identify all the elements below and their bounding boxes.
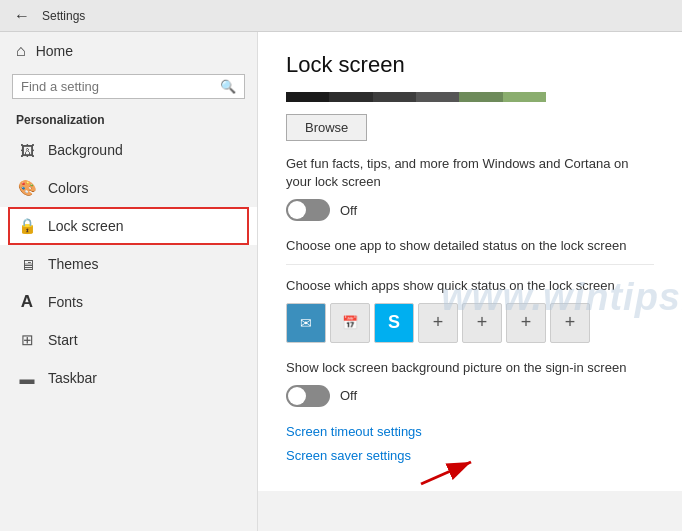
- sidebar-section-title: Personalization: [0, 107, 257, 131]
- sidebar-home-label: Home: [36, 43, 73, 59]
- active-indicator: [8, 207, 249, 245]
- main-content: Lock screen Browse Get fun facts, tips, …: [258, 32, 682, 491]
- quick-status-apps: ✉ 📅 S + + + +: [286, 303, 654, 343]
- app-add-1[interactable]: +: [418, 303, 458, 343]
- sidebar-item-themes[interactable]: 🖥 Themes: [0, 245, 257, 283]
- sign-in-text: Show lock screen background picture on t…: [286, 359, 654, 377]
- page-title: Lock screen: [286, 52, 654, 78]
- search-icon: 🔍: [220, 79, 236, 94]
- colors-icon: 🎨: [16, 177, 38, 199]
- detailed-status-text: Choose one app to show detailed status o…: [286, 237, 654, 255]
- divider-1: [286, 264, 654, 265]
- sidebar-item-background-label: Background: [48, 142, 123, 158]
- sidebar-item-start-label: Start: [48, 332, 78, 348]
- tips-toggle[interactable]: [286, 199, 330, 221]
- tips-toggle-knob: [288, 201, 306, 219]
- quick-status-text: Choose which apps show quick status on t…: [286, 277, 654, 295]
- sidebar-item-colors-label: Colors: [48, 180, 88, 196]
- sidebar: ⌂ Home 🔍 Personalization 🖼 Background 🎨 …: [0, 32, 258, 531]
- titlebar: ← Settings: [0, 0, 682, 32]
- sidebar-item-lockscreen[interactable]: 🔒 Lock screen: [0, 207, 257, 245]
- preview-bar: [286, 92, 546, 102]
- themes-icon: 🖥: [16, 253, 38, 275]
- preview-seg-6: [503, 92, 546, 102]
- fonts-icon: A: [16, 291, 38, 313]
- app-add-2[interactable]: +: [462, 303, 502, 343]
- preview-seg-4: [416, 92, 459, 102]
- sidebar-item-colors[interactable]: 🎨 Colors: [0, 169, 257, 207]
- tips-toggle-label: Off: [340, 203, 357, 218]
- app-calendar[interactable]: 📅: [330, 303, 370, 343]
- sidebar-item-start[interactable]: ⊞ Start: [0, 321, 257, 359]
- taskbar-icon: ▬: [16, 367, 38, 389]
- preview-seg-3: [373, 92, 416, 102]
- search-box[interactable]: 🔍: [12, 74, 245, 99]
- sign-in-toggle-row: Off: [286, 385, 654, 407]
- sidebar-item-background[interactable]: 🖼 Background: [0, 131, 257, 169]
- sign-in-toggle[interactable]: [286, 385, 330, 407]
- app-add-3[interactable]: +: [506, 303, 546, 343]
- sidebar-item-fonts-label: Fonts: [48, 294, 83, 310]
- sidebar-item-lockscreen-label: Lock screen: [48, 218, 123, 234]
- sidebar-item-home[interactable]: ⌂ Home: [0, 32, 257, 70]
- background-icon: 🖼: [16, 139, 38, 161]
- red-arrow: [416, 454, 481, 489]
- svg-line-1: [421, 462, 471, 484]
- preview-seg-1: [286, 92, 329, 102]
- preview-seg-2: [329, 92, 372, 102]
- sidebar-item-fonts[interactable]: A Fonts: [0, 283, 257, 321]
- sign-in-toggle-label: Off: [340, 388, 357, 403]
- tips-toggle-row: Off: [286, 199, 654, 221]
- preview-seg-5: [459, 92, 502, 102]
- titlebar-title: Settings: [42, 9, 85, 23]
- sidebar-item-taskbar[interactable]: ▬ Taskbar: [0, 359, 257, 397]
- sidebar-item-themes-label: Themes: [48, 256, 99, 272]
- sidebar-item-taskbar-label: Taskbar: [48, 370, 97, 386]
- start-icon: ⊞: [16, 329, 38, 351]
- screen-saver-link[interactable]: Screen saver settings: [286, 448, 411, 463]
- back-button[interactable]: ←: [10, 4, 34, 28]
- sign-in-toggle-knob: [288, 387, 306, 405]
- home-icon: ⌂: [16, 42, 26, 60]
- app-mail[interactable]: ✉: [286, 303, 326, 343]
- tips-description: Get fun facts, tips, and more from Windo…: [286, 155, 654, 191]
- app-add-4[interactable]: +: [550, 303, 590, 343]
- lockscreen-icon: 🔒: [16, 215, 38, 237]
- app-skype[interactable]: S: [374, 303, 414, 343]
- screen-timeout-link[interactable]: Screen timeout settings: [286, 424, 422, 439]
- search-input[interactable]: [21, 79, 220, 94]
- browse-button[interactable]: Browse: [286, 114, 367, 141]
